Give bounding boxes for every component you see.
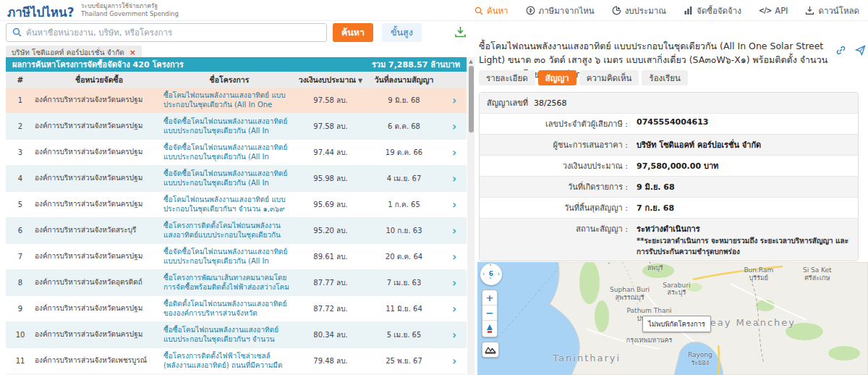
table-row[interactable]: 3 องค์การบริหารส่วนจังหวัดนครปฐม ซื้อจัด…: [6, 140, 467, 166]
export-download-button[interactable]: [454, 25, 467, 41]
chevron-right-icon[interactable]: [442, 198, 467, 211]
table-row[interactable]: 8 องค์การบริหารส่วนจังหวัดอุตรดิตถ์ ซื้อ…: [6, 270, 467, 296]
chevron-right-icon[interactable]: [442, 277, 467, 290]
field-label: สถานะสัญญา :: [480, 219, 628, 261]
sort-desc-icon[interactable]: ▼: [358, 77, 362, 84]
field-label: วันที่เกิดรายการ :: [480, 177, 628, 197]
row-agency: องค์การบริหารส่วนจังหวัดสระบุรี: [35, 226, 163, 235]
chevron-right-icon[interactable]: [442, 355, 467, 368]
search-row: ค้นหา ขั้นสูง: [6, 23, 467, 42]
nav-item-download[interactable]: ดาวน์โหลด: [805, 4, 859, 17]
pie-chart-icon: [612, 6, 621, 15]
table-row[interactable]: 10 องค์การบริหารส่วนจังหวัดนครปฐม ซื้อซื…: [6, 322, 467, 348]
row-project-link[interactable]: ซื้อซื้อโคมไฟถนนพลังงานแสงอาทิตย์ แบบประ…: [163, 325, 295, 345]
row-project-link[interactable]: ซื้อโครงการพัฒนาเส้นทางคมนาคมโดยการจัดซื…: [163, 273, 295, 292]
filter-chip-label: บริษัท โซดิแอคท์ คอร์ปอเรชั่น จำกัด: [12, 47, 124, 58]
results-count-label: ผลการค้นหาโครงการจัดซื้อจัดจ้าง 420 โครง…: [12, 58, 184, 71]
map-place-label: Bun.Ram บุรีรัมย์: [744, 266, 773, 282]
row-project-link[interactable]: ซื้อโคมไฟถนนพลังงานแสงอาทิตย์ แบบประกอบใ…: [163, 195, 295, 214]
chevron-right-icon[interactable]: [442, 172, 467, 185]
table-row[interactable]: 4 องค์การบริหารส่วนจังหวัดนครปฐม ซื้อจัด…: [6, 166, 467, 192]
nav-item-search[interactable]: ค้นหา: [475, 4, 509, 17]
col-budget[interactable]: วงเงินงบประมาณ▼: [295, 74, 366, 86]
share-icon[interactable]: [855, 45, 866, 59]
top-bar: ภาษีไปไหน? ระบบข้อมูลการใช้จ่ายภาครัฐ Th…: [0, 0, 868, 21]
table-row[interactable]: 7 องค์การบริหารส่วนจังหวัดนครปฐม ซื้อจัด…: [6, 244, 467, 270]
app-subtitle: ระบบข้อมูลการใช้จ่ายภาครัฐ Thailand Gove…: [81, 2, 179, 19]
row-project-link[interactable]: ซื้อจัดซื้อโคมไฟถนนพลังงานแสงอาทิตย์แบบป…: [163, 117, 295, 136]
row-date: 19 ต.ค. 66: [366, 147, 442, 158]
row-number: 1: [6, 96, 35, 104]
field-value: 9 มิ.ย. 68: [637, 182, 675, 192]
row-project-link[interactable]: ซื้อโครงการติดตั้งไฟฟ้าโซล่าเซลล์ (พลังง…: [163, 351, 295, 371]
row-project-link[interactable]: ซื้อโครงการติดตั้งโคมไฟถนนพลังงานแสงอาทิ…: [163, 221, 295, 240]
row-agency: องค์การบริหารส่วนจังหวัดนครปฐม: [35, 122, 163, 131]
row-number: 8: [6, 279, 35, 287]
field-label: ผู้ชนะการเสนอราคา :: [480, 135, 628, 155]
nav-item-api[interactable]: </> API: [759, 6, 788, 16]
search-button[interactable]: ค้นหา: [333, 23, 373, 42]
chevron-right-icon[interactable]: [442, 224, 467, 237]
chevron-right-icon[interactable]: [442, 94, 467, 107]
chevron-right-icon[interactable]: [442, 120, 467, 133]
col-project: ชื่อโครงการ: [163, 74, 295, 86]
row-project-link[interactable]: ซื้อจัดซื้อโคมไฟถนนพลังงานแสงอาทิตย์แบบป…: [163, 247, 295, 266]
scroll-up-icon[interactable]: ▲: [467, 57, 475, 64]
nav-item-tax-origin[interactable]: ภาษีมาจากไหน: [526, 4, 595, 17]
map-place-label: Saraburi สระบุรี: [663, 282, 690, 298]
top-nav: ค้นหา ภาษีมาจากไหน งบประมาณ จัดซื้อจัดจ้…: [475, 0, 859, 21]
nav-item-budget[interactable]: งบประมาณ: [612, 4, 666, 17]
link-icon[interactable]: [835, 45, 846, 59]
map-panel[interactable]: อุทัยธานี Lop Buri ลพบุรี Suphan Buri สุ…: [477, 262, 868, 375]
table-row[interactable]: 1 องค์การบริหารส่วนจังหวัดนครปฐม ซื้อโคม…: [6, 88, 467, 114]
map-place-label: กรุงเทพมหานคร: [626, 337, 673, 345]
zoom-in-button[interactable]: +: [482, 290, 497, 306]
terrain-layer-button[interactable]: [482, 342, 499, 358]
tab-contract[interactable]: สัญญา: [538, 70, 576, 85]
export-download-icon: [454, 29, 467, 40]
table-row[interactable]: 2 องค์การบริหารส่วนจังหวัดนครปฐม ซื้อจัด…: [6, 114, 467, 140]
map-zoom-control: + −: [482, 290, 498, 337]
table-row[interactable]: 11 องค์การบริหารส่วนจังหวัดเพชรบูรณ์ ซื้…: [6, 348, 467, 374]
compass-needle-button[interactable]: [482, 321, 497, 337]
table-row[interactable]: 9 องค์การบริหารส่วนจังหวัดนครปฐม ซื้อติด…: [6, 296, 467, 322]
scrollbar-thumb[interactable]: [469, 66, 474, 132]
row-project-link[interactable]: ซื้อจัดซื้อโคมไฟถนนพลังงานแสงอาทิตย์แบบป…: [163, 169, 295, 188]
zoom-out-button[interactable]: −: [482, 306, 497, 321]
contract-number-row: สัญญาเลขที่ 38/2568: [480, 93, 858, 114]
row-date: 4 เม.ย. 67: [366, 173, 442, 184]
row-number: 3: [6, 148, 35, 156]
row-agency: องค์การบริหารส่วนจังหวัดนครปฐม: [35, 304, 163, 313]
tab-comments[interactable]: ความคิดเห็น: [579, 70, 639, 85]
table-row[interactable]: 5 องค์การบริหารส่วนจังหวัดนครปฐม ซื้อโคม…: [6, 192, 467, 218]
row-agency: องค์การบริหารส่วนจังหวัดนครปฐม: [35, 330, 163, 340]
map-zoom-level: 6: [480, 270, 502, 277]
row-project-link[interactable]: ซื้อจัดซื้อโคมไฟถนนพลังงานแสงอาทิตย์แบบป…: [163, 143, 295, 162]
table-scrollbar[interactable]: ▲: [467, 57, 475, 375]
chevron-right-icon[interactable]: [442, 250, 467, 264]
close-icon[interactable]: ×: [129, 49, 136, 56]
row-budget: 97.44 ลบ.: [295, 147, 366, 158]
tab-details[interactable]: รายละเอียด: [479, 70, 535, 85]
app-logo[interactable]: ภาษีไปไหน?: [7, 2, 75, 22]
nav-item-procurement[interactable]: จัดซื้อจัดจ้าง: [684, 4, 741, 17]
contract-detail-box: สัญญาเลขที่ 38/2568 เลขประจำตัวผู้เสียภา…: [479, 92, 859, 261]
results-header: ผลการค้นหาโครงการจัดซื้อจัดจ้าง 420 โครง…: [6, 57, 467, 72]
chevron-right-icon[interactable]: [442, 303, 467, 316]
chevron-right-icon[interactable]: [442, 329, 467, 342]
table-row[interactable]: 6 องค์การบริหารส่วนจังหวัดสระบุรี ซื้อโค…: [6, 218, 467, 244]
tab-complaints[interactable]: ร้องเรียน: [642, 70, 687, 85]
field-value: 0745554004613: [637, 117, 709, 127]
advanced-search-button[interactable]: ขั้นสูง: [382, 23, 422, 42]
row-agency: องค์การบริหารส่วนจังหวัดนครปฐม: [35, 252, 163, 261]
pan-down-icon[interactable]: ˅: [489, 278, 492, 284]
field-label: วันที่สิ้นสุดสัญญา :: [480, 198, 628, 218]
row-project-link[interactable]: ซื้อติดตั้งโคมไฟถนนพลังงานแสงอาทิตย์ของอ…: [163, 299, 295, 319]
field-value: บริษัท โซดิแอคท์ คอร์ปอเรชั่น จำกัด: [637, 140, 761, 150]
map-pan-control[interactable]: ˄ ˅ ‹ › 6: [480, 264, 502, 285]
row-date: 11 มิ.ย. 64: [366, 303, 442, 314]
chevron-right-icon[interactable]: [442, 146, 467, 159]
row-number: 9: [6, 305, 35, 313]
row-project-link[interactable]: ซื้อโคมไฟถนนพลังงานแสงอาทิตย์ แบบประกอบใ…: [163, 90, 295, 110]
search-input[interactable]: [26, 28, 320, 38]
